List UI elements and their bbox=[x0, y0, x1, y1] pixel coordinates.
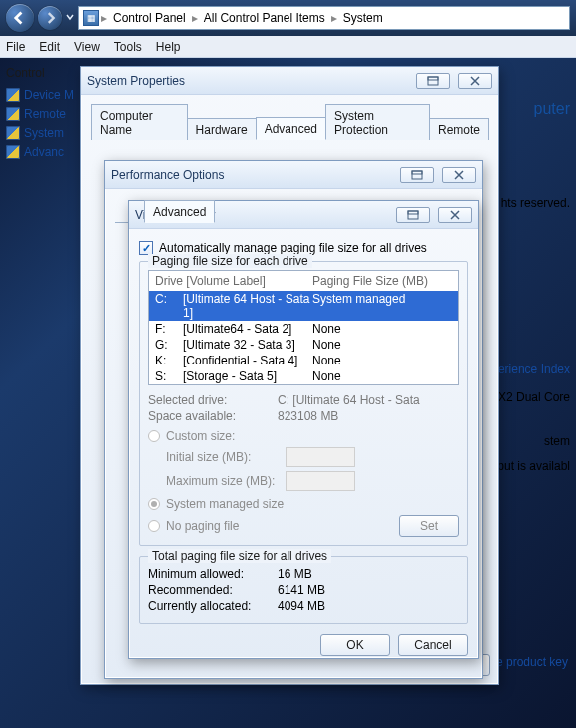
cpu-text: X2 Dual Core bbox=[498, 390, 570, 404]
forward-button[interactable] bbox=[38, 6, 62, 30]
history-chevron-icon[interactable] bbox=[66, 12, 74, 24]
tab-remote[interactable]: Remote bbox=[429, 118, 489, 140]
space-available-value: 823108 MB bbox=[278, 409, 338, 423]
svg-rect-3 bbox=[412, 171, 422, 174]
selected-drive-value: C: [Ultimate 64 Host - Sata bbox=[278, 393, 420, 407]
drive-row[interactable]: K:[Confidential - Sata 4]None bbox=[149, 353, 458, 368]
shield-icon bbox=[6, 126, 20, 140]
min-allowed-value: 16 MB bbox=[278, 567, 312, 581]
drive-paging: System managed bbox=[312, 292, 452, 320]
explorer-navrow: ▦ ▸ Control Panel ▸ All Control Panel It… bbox=[0, 0, 576, 36]
breadcrumb[interactable]: All Control Panel Items bbox=[200, 11, 329, 25]
menu-help[interactable]: Help bbox=[156, 40, 181, 54]
svg-rect-2 bbox=[412, 171, 422, 179]
drive-row[interactable]: G:[Ultimate 32 - Sata 3]None bbox=[149, 337, 458, 353]
section-heading: puter bbox=[534, 100, 570, 118]
rights-text: hts reserved. bbox=[501, 196, 570, 210]
address-bar[interactable]: ▦ ▸ Control Panel ▸ All Control Panel It… bbox=[78, 6, 570, 30]
menu-edit[interactable]: Edit bbox=[39, 40, 60, 54]
maximum-size-label: Maximum size (MB): bbox=[166, 474, 278, 488]
drive-list[interactable]: Drive [Volume Label] Paging File Size (M… bbox=[148, 270, 459, 385]
recommended-value: 6141 MB bbox=[278, 583, 325, 597]
menu-view[interactable]: View bbox=[74, 40, 100, 54]
system-managed-label: System managed size bbox=[166, 497, 284, 511]
tab-strip: Computer Name Hardware Advanced System P… bbox=[91, 103, 488, 140]
initial-size-label: Initial size (MB): bbox=[166, 450, 278, 464]
drive-row[interactable]: C:[Ultimate 64 Host - Sata 1]System mana… bbox=[149, 291, 458, 321]
system-type-text: stem bbox=[544, 434, 570, 448]
space-available-label: Space available: bbox=[148, 409, 278, 423]
shield-icon bbox=[6, 88, 20, 102]
menu-tools[interactable]: Tools bbox=[114, 40, 142, 54]
tab-hardware[interactable]: Hardware bbox=[187, 118, 257, 140]
drive-paging: None bbox=[312, 369, 452, 383]
drive-letter: F: bbox=[155, 322, 183, 336]
auto-manage-label: Automatically manage paging file size fo… bbox=[159, 241, 427, 255]
recommended-label: Recommended: bbox=[148, 583, 278, 597]
drive-row[interactable]: S:[Storage - Sata 5]None bbox=[149, 368, 458, 384]
chevron-right-icon[interactable]: ▸ bbox=[101, 11, 107, 25]
wei-link[interactable]: perience Index bbox=[491, 363, 570, 376]
drive-volume: [Ultimate64 - Sata 2] bbox=[183, 322, 312, 336]
close-button[interactable] bbox=[458, 73, 492, 89]
help-button[interactable] bbox=[400, 167, 434, 183]
cp-link-device[interactable]: Device M bbox=[6, 88, 76, 102]
control-panel-icon: ▦ bbox=[83, 10, 99, 26]
custom-size-label: Custom size: bbox=[166, 429, 235, 443]
virtual-memory-dialog: Virtual Memory ✓ Automatically manage pa… bbox=[128, 200, 479, 659]
svg-rect-1 bbox=[428, 77, 438, 80]
titlebar[interactable]: System Properties bbox=[81, 67, 498, 95]
help-button[interactable] bbox=[396, 207, 430, 223]
tab-advanced[interactable]: Advanced bbox=[144, 200, 215, 223]
cp-link-advanced[interactable]: Advanc bbox=[6, 145, 76, 159]
dialog-title: System Properties bbox=[87, 74, 185, 88]
cp-link-remote[interactable]: Remote bbox=[6, 107, 76, 121]
cp-sidebar: Control Device M Remote System Advanc bbox=[0, 58, 80, 164]
drive-volume: [Storage - Sata 5] bbox=[183, 369, 312, 383]
cp-home-link[interactable]: Control bbox=[6, 66, 76, 80]
shield-icon bbox=[6, 145, 20, 159]
group-legend: Total paging file size for all drives bbox=[148, 549, 331, 563]
drive-paging: None bbox=[312, 354, 452, 367]
tab-system-protection[interactable]: System Protection bbox=[325, 104, 430, 140]
back-button[interactable] bbox=[6, 4, 34, 32]
menu-file[interactable]: File bbox=[6, 40, 25, 54]
drive-paging: None bbox=[312, 322, 452, 336]
no-paging-label: No paging file bbox=[166, 519, 239, 533]
drive-volume: [Confidential - Sata 4] bbox=[183, 354, 312, 367]
drive-letter: G: bbox=[155, 338, 183, 352]
titlebar[interactable]: Performance Options bbox=[105, 161, 482, 189]
drive-row[interactable]: F:[Ultimate64 - Sata 2]None bbox=[149, 321, 458, 337]
close-button[interactable] bbox=[442, 167, 476, 183]
svg-rect-0 bbox=[428, 77, 438, 85]
help-button[interactable] bbox=[416, 73, 450, 89]
auto-manage-checkbox[interactable]: ✓ bbox=[139, 241, 153, 255]
chevron-right-icon[interactable]: ▸ bbox=[192, 11, 198, 25]
custom-size-radio bbox=[148, 430, 160, 442]
dialog-title: Performance Options bbox=[111, 168, 224, 182]
menu-bar: File Edit View Tools Help bbox=[0, 36, 576, 58]
paging-size-group: Paging file size for each drive Drive [V… bbox=[139, 261, 468, 546]
breadcrumb[interactable]: System bbox=[339, 11, 387, 25]
min-allowed-label: Minimum allowed: bbox=[148, 567, 278, 581]
breadcrumb[interactable]: Control Panel bbox=[109, 11, 190, 25]
ok-button[interactable]: OK bbox=[320, 634, 390, 656]
drive-letter: K: bbox=[155, 354, 183, 367]
drive-letter: S: bbox=[155, 369, 183, 383]
no-paging-radio bbox=[148, 520, 160, 532]
svg-rect-4 bbox=[408, 211, 418, 219]
cp-link-system[interactable]: System bbox=[6, 126, 76, 140]
chevron-right-icon[interactable]: ▸ bbox=[331, 11, 337, 25]
cancel-button[interactable]: Cancel bbox=[398, 634, 468, 656]
selected-drive-label: Selected drive: bbox=[148, 393, 278, 407]
initial-size-input bbox=[286, 447, 355, 467]
totals-group: Total paging file size for all drives Mi… bbox=[139, 556, 468, 624]
drive-volume: [Ultimate 32 - Sata 3] bbox=[183, 338, 312, 352]
system-managed-radio bbox=[148, 498, 160, 510]
tab-computer-name[interactable]: Computer Name bbox=[91, 104, 188, 140]
tab-advanced[interactable]: Advanced bbox=[256, 117, 326, 140]
set-button: Set bbox=[399, 515, 459, 537]
close-button[interactable] bbox=[438, 207, 472, 223]
drive-volume: [Ultimate 64 Host - Sata 1] bbox=[183, 292, 312, 320]
svg-rect-5 bbox=[408, 211, 418, 214]
